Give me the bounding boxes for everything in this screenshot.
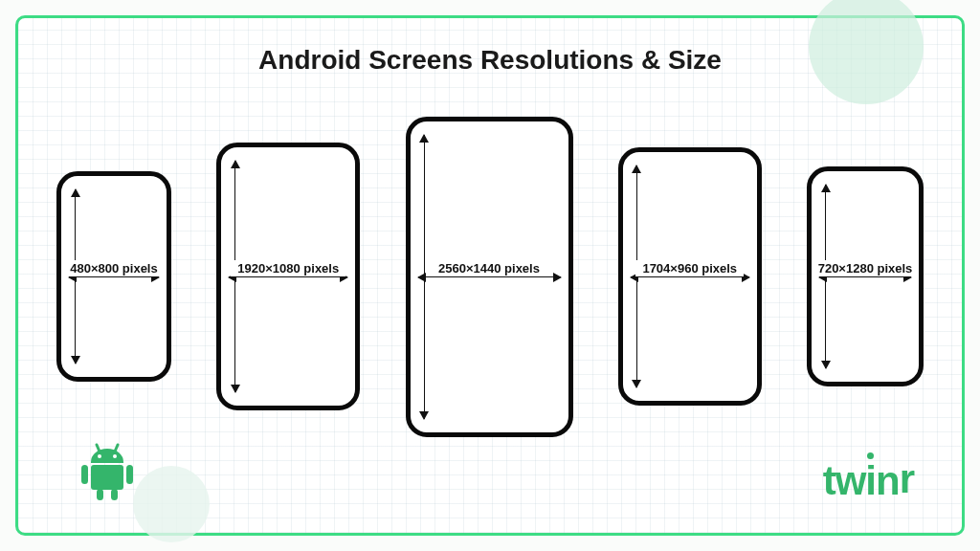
svg-rect-8 [111, 489, 118, 500]
page-title: Android Screens Resolutions & Size [18, 45, 962, 76]
svg-rect-5 [81, 465, 88, 484]
phones-row: 480×800 pixels1920×1080 pixels2560×1440 … [56, 114, 924, 439]
svg-line-1 [115, 445, 118, 452]
resolution-text: 720×1280 pixels [814, 261, 917, 276]
horizontal-arrow-icon [819, 276, 911, 277]
svg-point-3 [113, 454, 117, 458]
svg-rect-4 [91, 465, 123, 490]
svg-line-0 [97, 445, 100, 452]
diagram-frame: Android Screens Resolutions & Size 480×8… [15, 15, 965, 536]
svg-rect-6 [126, 465, 133, 484]
horizontal-arrow-icon [229, 276, 347, 277]
resolution-label: 720×1280 pixels [812, 260, 920, 276]
resolution-label: 1920×1080 pixels [231, 260, 345, 276]
resolution-text: 1704×960 pixels [638, 261, 741, 276]
resolution-text: 1920×1080 pixels [234, 261, 343, 276]
svg-rect-7 [97, 489, 103, 500]
resolution-text: 2560×1440 pixels [434, 261, 544, 276]
resolution-label: 2560×1440 pixels [432, 260, 546, 276]
decorative-circle-bottom [133, 466, 210, 542]
resolution-label: 480×800 pixels [63, 260, 164, 276]
svg-point-2 [98, 454, 101, 458]
phone-outline: 2560×1440 pixels [406, 117, 573, 437]
resolution-text: 480×800 pixels [66, 261, 161, 276]
phone-outline: 1920×1080 pixels [216, 143, 360, 410]
android-icon [74, 443, 141, 504]
phone-outline: 720×1280 pixels [807, 166, 924, 386]
phone-outline: 480×800 pixels [56, 171, 171, 382]
horizontal-arrow-icon [418, 276, 561, 277]
phone-outline: 1704×960 pixels [618, 147, 762, 406]
resolution-label: 1704×960 pixels [635, 260, 744, 276]
horizontal-arrow-icon [69, 276, 159, 277]
twinr-logo: twinr [823, 458, 914, 504]
horizontal-arrow-icon [631, 276, 749, 277]
